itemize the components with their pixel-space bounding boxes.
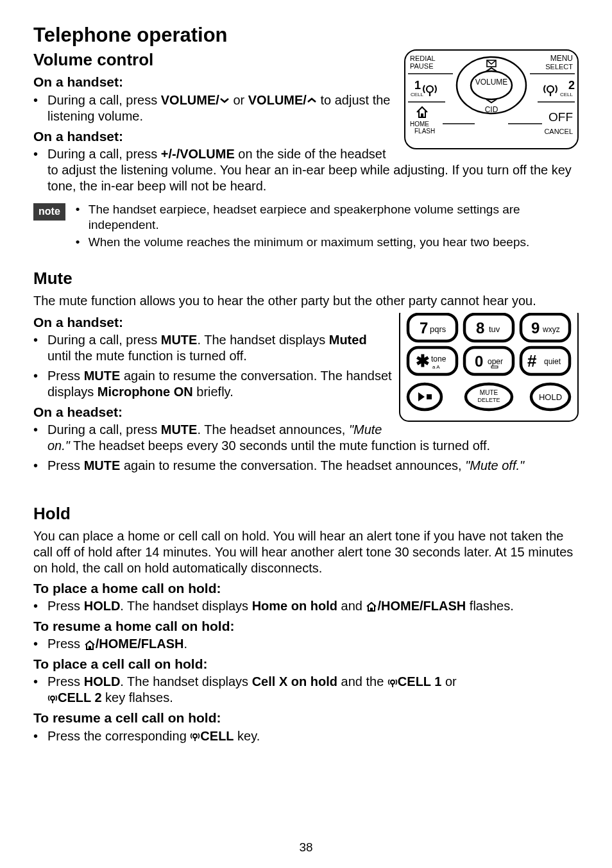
hold-sub4: To resume a cell call on hold: [33, 710, 579, 726]
note-item-2: When the volume reaches the minimum or m… [76, 235, 579, 250]
cell-icon [190, 731, 200, 742]
note-item-1: The handset earpiece, headset earpiece a… [76, 202, 579, 233]
hold-heading: Hold [33, 503, 579, 524]
mute-intro: The mute function allows you to hear the… [33, 293, 579, 309]
cell-icon [387, 678, 398, 688]
mute-bullet-2b: Press MUTE again to resume the conversat… [33, 458, 579, 474]
chevron-down-icon [219, 97, 230, 104]
hold-bullet-4: Press the corresponding CELL key. [33, 728, 579, 744]
hold-sub3: To place a cell call on hold: [33, 656, 579, 672]
svg-point-63 [193, 734, 197, 738]
svg-text:2: 2 [568, 79, 575, 92]
svg-text:SELECT: SELECT [545, 63, 573, 71]
home-icon [84, 640, 96, 650]
hold-bullet-2: Press /HOME/FLASH. [33, 636, 579, 652]
svg-rect-57 [370, 608, 373, 611]
hold-intro: You can place a home or cell call on hol… [33, 528, 579, 576]
hold-bullet-1: Press HOLD. The handset displays Home on… [33, 598, 579, 614]
mute-heading: Mute [33, 268, 579, 289]
svg-point-61 [51, 696, 55, 700]
cell-icon [47, 694, 58, 704]
svg-text:1: 1 [414, 79, 421, 92]
volume-bullet-2: During a call, press +/-/VOLUME on the s… [33, 146, 579, 194]
mute-bullet-1b: Press MUTE again to resume the conversat… [33, 368, 579, 400]
svg-text:PAUSE: PAUSE [410, 62, 433, 70]
svg-rect-58 [89, 646, 91, 649]
mute-bullet-1a: During a call, press MUTE. The handset d… [33, 332, 579, 364]
hold-sub1: To place a home call on hold: [33, 580, 579, 597]
chevron-up-icon [307, 97, 317, 104]
svg-text:REDIAL: REDIAL [410, 54, 436, 62]
svg-text:MENU: MENU [550, 54, 573, 63]
keypad-diagram: 7 pqrs 8 tuv 9 wxyz ✱ tone [399, 313, 579, 422]
svg-text:FLASH: FLASH [414, 128, 435, 135]
page-number: 38 [0, 840, 612, 855]
svg-text:VOLUME: VOLUME [475, 78, 508, 87]
home-icon [366, 601, 377, 612]
hold-sub2: To resume a home call on hold: [33, 618, 579, 635]
volume-bullet-1: During a call, press VOLUME/ or VOLUME/ … [33, 92, 579, 124]
svg-point-59 [391, 680, 395, 684]
svg-text:CANCEL: CANCEL [544, 128, 573, 135]
mute-bullet-2a: During a call, press MUTE. The headset a… [33, 422, 579, 454]
hold-bullet-3: Press HOLD. The handset displays Cell X … [33, 674, 579, 706]
note-badge: note [33, 203, 65, 221]
page-title: Telephone operation [33, 23, 579, 48]
